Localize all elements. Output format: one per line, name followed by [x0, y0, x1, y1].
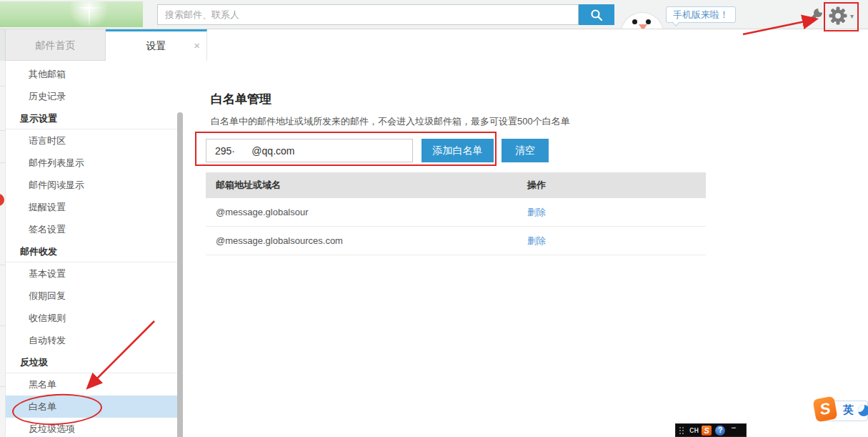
sidebar-item[interactable]: 其他邮箱 — [6, 63, 177, 85]
settings-nav: 其他邮箱历史记录显示设置语言时区邮件列表显示邮件阅读显示提醒设置签名设置邮件收发… — [6, 61, 177, 437]
avatar-eye — [632, 19, 637, 24]
background-mail-list-edge — [0, 61, 6, 437]
col-address-header: 邮箱地址或域名 — [206, 172, 281, 198]
ime-language-bar[interactable]: CH S ? − — [675, 423, 747, 437]
table-header-row: 邮箱地址或域名 操作 — [206, 172, 706, 198]
search-input[interactable] — [157, 4, 579, 25]
sidebar-item[interactable]: 反垃圾选项 — [6, 418, 177, 437]
sidebar-item[interactable]: 邮件收发 — [6, 240, 177, 262]
delete-link[interactable]: 删除 — [527, 227, 546, 255]
mobile-version-tip[interactable]: 手机版来啦！ — [666, 6, 736, 23]
table-body: @message.globalsour 删除 @message.globalso… — [206, 198, 706, 255]
sidebar-item[interactable]: 基本设置 — [6, 262, 177, 285]
tab-sliver — [0, 29, 6, 61]
sidebar-item[interactable]: 收信规则 — [6, 307, 177, 329]
address-cell: @message.globalsour — [206, 198, 309, 227]
settings-gear-button[interactable]: ▾ — [827, 6, 857, 26]
delete-link[interactable]: 删除 — [527, 198, 546, 227]
sidebar-item[interactable]: 提醒设置 — [6, 196, 177, 218]
whitelist-address-input[interactable] — [206, 139, 413, 162]
page-title: 白名单管理 — [211, 91, 271, 107]
sidebar-item[interactable]: 邮件列表显示 — [6, 152, 177, 174]
table-row: @message.globalsources.com 删除 — [206, 227, 706, 255]
mail-settings-screen: 手机版来啦！ ▾ — [0, 0, 868, 437]
chevron-down-icon: ▾ — [850, 12, 854, 20]
close-tab-icon[interactable]: × — [194, 31, 200, 60]
sidebar-item[interactable]: 假期回复 — [6, 285, 177, 307]
tab-settings[interactable]: 设置 × — [106, 29, 207, 61]
sidebar-item[interactable]: 黑名单 — [6, 373, 177, 396]
add-whitelist-button[interactable]: 添加白名单 — [421, 139, 494, 162]
page-description: 白名单中的邮件地址或域所发来的邮件，不会进入垃圾邮件箱，最多可设置500个白名单 — [211, 115, 570, 128]
clear-button[interactable]: 清空 — [502, 139, 549, 162]
sogou-language-mode[interactable]: 英 — [843, 403, 854, 417]
wrench-icon[interactable] — [805, 7, 824, 26]
sidebar-item[interactable]: 显示设置 — [6, 107, 177, 129]
gear-icon — [827, 5, 849, 26]
col-action-header: 操作 — [527, 172, 546, 198]
sidebar-item[interactable]: 白名单 — [6, 396, 177, 418]
ime-lang-label[interactable]: CH — [689, 426, 699, 435]
sogou-logo-icon[interactable]: S — [812, 396, 837, 423]
search-button[interactable] — [579, 4, 614, 25]
minimize-icon[interactable]: − — [731, 423, 736, 433]
sparkle-icon — [80, 0, 99, 27]
moon-icon[interactable] — [858, 405, 868, 416]
address-cell: @message.globalsources.com — [206, 227, 343, 255]
whitelist-table: 邮箱地址或域名 操作 @message.globalsour 删除 @messa… — [206, 172, 706, 255]
sidebar-item[interactable]: 自动转发 — [6, 329, 177, 351]
table-row: @message.globalsour 删除 — [206, 198, 706, 227]
avatar-eye — [646, 19, 651, 24]
tab-mail-home[interactable]: 邮件首页 — [6, 29, 106, 61]
sidebar-item[interactable]: 邮件阅读显示 — [6, 174, 177, 196]
avatar-beak — [639, 24, 647, 29]
sidebar-item[interactable]: 语言时区 — [6, 129, 177, 152]
search-icon — [589, 8, 604, 22]
sidebar-item[interactable]: 签名设置 — [6, 218, 177, 240]
promo-banner[interactable] — [0, 1, 143, 27]
avatar[interactable] — [621, 12, 664, 29]
drag-handle-icon[interactable] — [679, 426, 685, 435]
sidebar-item[interactable]: 历史记录 — [6, 85, 177, 107]
sidebar-scrollbar[interactable] — [177, 112, 183, 437]
help-icon[interactable]: ? — [715, 426, 725, 436]
tab-settings-label: 设置 — [146, 40, 166, 51]
topbar: 手机版来啦！ ▾ — [0, 0, 868, 29]
sogou-ime-icon[interactable]: S — [702, 426, 712, 436]
sidebar-item[interactable]: 反垃圾 — [6, 351, 177, 373]
unread-badge — [0, 194, 4, 206]
